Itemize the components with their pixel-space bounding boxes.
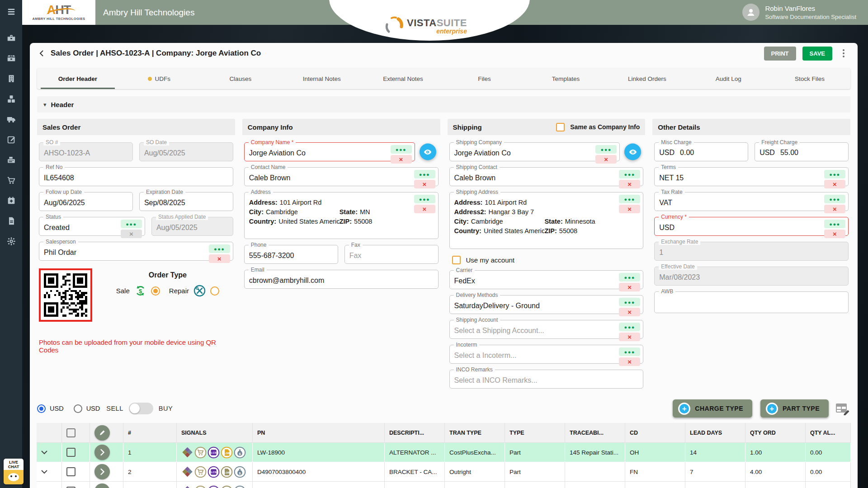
- fax-field[interactable]: Fax Fax: [344, 245, 439, 264]
- sidebar-item-toolbox-2[interactable]: [6, 53, 17, 64]
- sidebar-item-document[interactable]: [6, 216, 17, 226]
- tab-files[interactable]: Files: [444, 68, 525, 89]
- currency-lookup-button[interactable]: ●●●: [824, 220, 845, 228]
- view-shipping-company-button[interactable]: [624, 144, 641, 160]
- incoterm-lookup-button[interactable]: ●●●: [619, 347, 640, 356]
- sidebar-item-cubes[interactable]: [6, 94, 17, 104]
- email-field[interactable]: Email cbrown@ambryhill.com: [244, 270, 439, 289]
- delivery-methods-lookup-button[interactable]: ●●●: [619, 298, 640, 306]
- row-open[interactable]: [90, 482, 123, 488]
- contact-clear-button[interactable]: ×: [414, 180, 435, 188]
- sidebar-item-truck[interactable]: [6, 114, 17, 125]
- shipping-account-lookup-button[interactable]: ●●●: [619, 323, 640, 331]
- incoterm-clear-button[interactable]: ×: [619, 357, 640, 366]
- row-pn[interactable]: AOG FEE: [253, 482, 385, 488]
- col-description[interactable]: DESCRIPTI...: [385, 423, 445, 443]
- save-button[interactable]: SAVE: [802, 47, 832, 61]
- header-section-toggle[interactable]: ▾ Header: [37, 96, 850, 113]
- salesperson-clear-button[interactable]: ×: [209, 254, 230, 263]
- delivery-methods-clear-button[interactable]: ×: [619, 308, 640, 316]
- select-all-checkbox[interactable]: [66, 428, 75, 437]
- terms-clear-button[interactable]: ×: [824, 180, 845, 188]
- shipping-contact-field[interactable]: Shipping Contact Caleb Brown ●●● ×: [449, 167, 644, 186]
- money-bag-icon[interactable]: $: [234, 446, 246, 459]
- status-field[interactable]: Status Created ●●● ×: [39, 217, 145, 236]
- tab-stock-files[interactable]: Stock Files: [769, 68, 850, 89]
- delivery-methods-field[interactable]: Delivery Methods SaturdayDelivery - Grou…: [449, 295, 644, 314]
- status-clear-button[interactable]: ×: [121, 230, 142, 238]
- misc-charge-field[interactable]: Misc Charge USD0.00: [654, 142, 748, 161]
- currency-field[interactable]: Currency * USD ●●● ×: [654, 217, 849, 236]
- shipping-address-lookup-button[interactable]: ●●●: [619, 195, 640, 203]
- cart-signal-icon[interactable]: [194, 466, 207, 478]
- incoterm-field[interactable]: Incoterm Select a Incoterm... ●●● ×: [449, 345, 644, 364]
- carrier-clear-button[interactable]: ×: [619, 283, 640, 291]
- tab-audit-log[interactable]: Audit Log: [688, 68, 769, 89]
- sidebar-item-cart[interactable]: [6, 175, 17, 186]
- row-pn[interactable]: LW-18900: [253, 443, 385, 462]
- lcs-badge-icon[interactable]: LCS: [208, 446, 220, 459]
- use-my-account-checkbox[interactable]: [452, 256, 461, 264]
- lcs-badge-icon[interactable]: LCS: [208, 466, 220, 478]
- sidebar-item-edit[interactable]: [6, 134, 17, 145]
- diamond-signal-icon[interactable]: [181, 485, 193, 488]
- live-chat-widget[interactable]: LIVECHAT: [4, 459, 24, 484]
- col-type[interactable]: TYPE: [505, 423, 565, 443]
- row-checkbox[interactable]: [66, 467, 75, 476]
- col-num[interactable]: #: [123, 423, 177, 443]
- shipping-address-clear-button[interactable]: ×: [619, 205, 640, 213]
- salesperson-lookup-button[interactable]: ●●●: [209, 244, 230, 253]
- add-part-type-button[interactable]: + PART TYPE: [760, 399, 829, 418]
- shipping-contact-lookup-button[interactable]: ●●●: [619, 170, 640, 178]
- row-open[interactable]: [90, 443, 123, 462]
- row-select[interactable]: [62, 482, 90, 488]
- shipping-company-field[interactable]: Shipping Company Jorge Aviation Co ●●● ×: [449, 142, 620, 161]
- inco-remarks-field[interactable]: INCO Remarks Select a INCO Remarks...: [449, 370, 644, 389]
- tab-internal-notes[interactable]: Internal Notes: [281, 68, 363, 89]
- sidebar-item-cash-register[interactable]: [6, 155, 17, 165]
- row-select[interactable]: [62, 443, 90, 462]
- row-open[interactable]: [90, 462, 123, 482]
- open-row-button[interactable]: [94, 445, 110, 460]
- lcs-badge-icon[interactable]: LCS: [208, 485, 220, 488]
- tax-rate-clear-button[interactable]: ×: [824, 205, 845, 213]
- address-clear-button[interactable]: ×: [414, 205, 435, 213]
- sidebar-item-toolbox[interactable]: [6, 33, 17, 43]
- lor-doc-icon[interactable]: LOR: [221, 446, 233, 459]
- terms-lookup-button[interactable]: ●●●: [824, 170, 845, 178]
- phone-field[interactable]: Phone 555-687-3200: [244, 245, 338, 264]
- currency-usd-radio-1[interactable]: [37, 404, 46, 413]
- tab-udfs[interactable]: UDFs: [118, 68, 200, 89]
- add-charge-type-button[interactable]: + CHARGE TYPE: [673, 399, 752, 418]
- shipping-contact-clear-button[interactable]: ×: [619, 180, 640, 188]
- company-lookup-button[interactable]: ●●●: [391, 145, 412, 154]
- cart-signal-icon[interactable]: [194, 446, 207, 459]
- tax-rate-field[interactable]: Tax Rate VAT ●●● ×: [654, 192, 849, 211]
- carrier-lookup-button[interactable]: ●●●: [619, 273, 640, 282]
- sidebar-item-calendar-plus[interactable]: [6, 195, 17, 206]
- tab-order-header[interactable]: Order Header: [37, 68, 118, 89]
- tab-clauses[interactable]: Clauses: [200, 68, 281, 89]
- sidebar-item-building[interactable]: [6, 73, 17, 84]
- col-pn[interactable]: PN: [253, 423, 385, 443]
- expiration-date-field[interactable]: Expiration Date Sep/08/2025: [139, 192, 233, 211]
- awb-field[interactable]: AWB: [654, 291, 849, 313]
- diamond-signal-icon[interactable]: [181, 446, 193, 459]
- view-company-button[interactable]: [420, 144, 436, 160]
- open-row-button[interactable]: [94, 483, 110, 488]
- ref-no-field[interactable]: Ref No IL654608: [39, 167, 233, 186]
- money-bag-icon[interactable]: $: [234, 466, 246, 478]
- tab-external-notes[interactable]: External Notes: [363, 68, 444, 89]
- company-address-field[interactable]: Address Address:101 Airport Rd City:Camb…: [244, 192, 439, 239]
- col-qty-al[interactable]: QTY AL...: [806, 423, 851, 443]
- tab-linked-orders[interactable]: Linked Orders: [606, 68, 688, 89]
- menu-icon[interactable]: [6, 6, 17, 17]
- carrier-field[interactable]: Carrier FedEx ●●● ×: [449, 270, 644, 289]
- shipping-company-lookup-button[interactable]: ●●●: [595, 145, 617, 154]
- row-expand[interactable]: [37, 482, 62, 488]
- col-signals[interactable]: SIGNALS: [177, 423, 253, 443]
- open-row-button[interactable]: [94, 464, 110, 479]
- col-cd[interactable]: CD: [625, 423, 685, 443]
- contact-lookup-button[interactable]: ●●●: [414, 170, 435, 178]
- terms-field[interactable]: Terms NET 15 ●●● ×: [654, 167, 849, 186]
